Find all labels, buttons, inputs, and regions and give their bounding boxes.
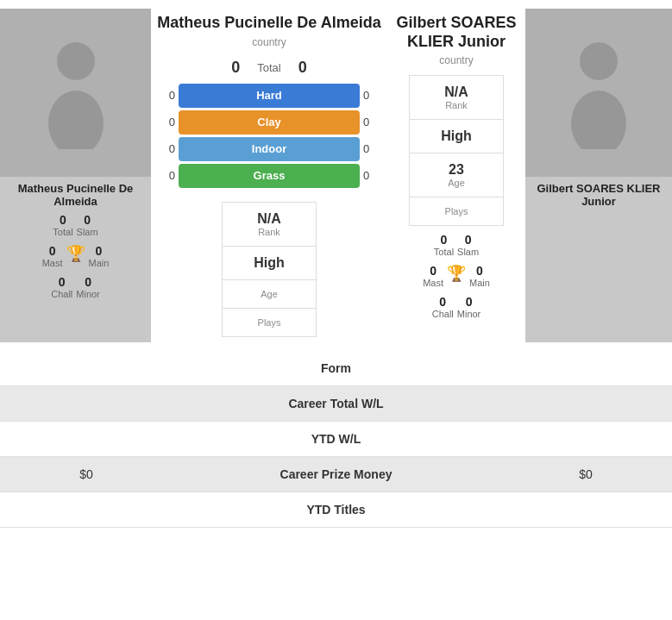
player1-mast-value: 0 [49,244,56,258]
player1-silhouette [0,9,151,177]
comparison-section: Matheus Pucinelle De Almeida 0 Total 0 S… [0,0,672,351]
form-row: Form [0,351,672,386]
main-container: Matheus Pucinelle De Almeida 0 Total 0 S… [0,0,672,528]
grass-left-score: 0 [154,169,175,182]
player1-name-below: Matheus Pucinelle De Almeida [0,177,151,210]
player2-country: country [439,54,473,66]
player2-minor-label: Minor [457,309,481,319]
ytd-titles-row: YTD Titles [0,492,672,528]
player1-main-value: 0 [96,244,103,258]
player2-chall-label: Chall [432,309,454,319]
player2-trophy-icon: 🏆 [447,264,466,283]
hard-row: 0 Hard 0 [154,84,384,108]
player1-rank-value: N/A [229,211,309,227]
player1-slam-cell: 0 Slam [77,213,98,237]
player2-minor-cell: 0 Minor [457,295,481,319]
player1-stats-row3: 0 Chall 0 Minor [44,272,107,303]
grass-bar: Grass [179,164,360,188]
player2-high-value: High [417,128,496,144]
player2-plays-label: Plays [417,206,496,216]
player1-high-cell: High [223,247,316,280]
player2-trophy-cell: 🏆 [447,264,466,288]
player1-chall-value: 0 [59,275,66,289]
player2-stats-row3: 0 Chall 0 Minor [425,291,488,323]
player1-total-cell: 0 Total [53,213,72,237]
player2-main-label: Main [469,278,490,288]
info-section: Form Career Total W/L YTD W/L $0 Career … [0,351,672,528]
player2-age-label: Age [417,178,496,188]
ytd-wl-label: YTD W/L [0,422,672,456]
center-panel: Matheus Pucinelle De Almeida country 0 T… [151,9,387,342]
player2-plays-cell: Plays [410,197,503,225]
indoor-bar: Indoor [179,137,360,161]
player1-age-cell: Age [223,280,316,309]
hard-bar: Hard [179,84,360,108]
player2-panel: Gilbert SOARES KLIER Junior country N/A … [387,9,525,342]
hard-left-score: 0 [154,89,175,102]
player1-country: country [252,36,286,48]
career-prize-row: $0 Career Prize Money $0 [0,457,672,492]
player1-trophy-icon: 🏆 [66,244,85,263]
player2-rank-value: N/A [417,85,496,100]
player1-total-label: Total [53,227,72,237]
player2-slam-cell: 0 Slam [457,233,479,257]
player1-chall-label: Chall [51,289,72,299]
indoor-row: 0 Indoor 0 [154,137,384,161]
player2-name: Gilbert SOARES KLIER Junior [391,9,522,54]
player1-stats-card: N/A Rank High Age Plays [222,202,317,337]
total-right-score: 0 [298,59,307,77]
player1-minor-value: 0 [85,275,91,289]
player2-rank-cell: N/A Rank [410,76,503,120]
player2-mast-label: Mast [423,278,443,288]
player1-rank-label: Rank [229,227,309,237]
player1-age-label: Age [229,289,309,299]
player2-age-cell: 23 Age [410,153,503,197]
player2-minor-value: 0 [466,295,473,309]
grass-right-score: 0 [363,169,384,182]
player2-mast-value: 0 [430,264,436,278]
total-label: Total [257,61,280,74]
player1-chall-cell: 0 Chall [51,275,72,299]
total-left-score: 0 [231,59,240,77]
player1-plays-cell: Plays [223,309,316,336]
surface-bars: 0 Hard 0 0 Clay 0 0 Indoor 0 0 Grass [154,80,384,191]
career-wl-row: Career Total W/L [0,386,672,422]
svg-point-0 [57,42,95,80]
player1-slam-label: Slam [77,227,98,237]
form-label: Form [0,351,672,385]
clay-left-score: 0 [154,116,175,128]
clay-row: 0 Clay 0 [154,110,384,135]
hard-right-score: 0 [363,89,384,102]
player2-total-cell: 0 Total [434,233,454,257]
player2-name-below: Gilbert SOARES KLIER Junior [525,177,672,210]
player2-slam-label: Slam [457,247,479,257]
player2-stats-row1: 0 Total 0 Slam [427,229,486,260]
career-wl-label: Career Total W/L [0,386,672,421]
svg-point-1 [48,91,104,149]
player2-prize: $0 [499,457,672,492]
player2-age-value: 23 [417,162,496,178]
player1-plays-label: Plays [229,317,309,328]
player1-stats-row1: 0 Total 0 Slam [46,210,104,241]
grass-row: 0 Grass 0 [154,164,384,188]
ytd-wl-row: YTD W/L [0,422,672,457]
player2-stats-card: N/A Rank High 23 Age Plays [409,75,504,226]
player1-minor-cell: 0 Minor [76,275,100,299]
player1-mast-label: Mast [42,258,63,268]
svg-point-3 [571,91,626,149]
player2-main-value: 0 [476,264,483,278]
indoor-right-score: 0 [363,142,384,155]
player1-photo-panel: Matheus Pucinelle De Almeida 0 Total 0 S… [0,9,151,342]
player2-main-cell: 0 Main [469,264,490,288]
player2-total-label: Total [434,247,454,257]
player1-name-center: Matheus Pucinelle De Almeida [157,9,380,36]
player2-chall-value: 0 [439,295,446,309]
player1-total-value: 0 [60,213,66,227]
player2-mast-cell: 0 Mast [423,264,443,288]
player2-slam-value: 0 [465,233,472,247]
total-row: 0 Total 0 [231,53,307,80]
player1-rank-cell: N/A Rank [223,203,316,247]
player2-rank-label: Rank [417,100,496,110]
svg-point-2 [580,42,618,80]
player2-chall-cell: 0 Chall [432,295,454,319]
